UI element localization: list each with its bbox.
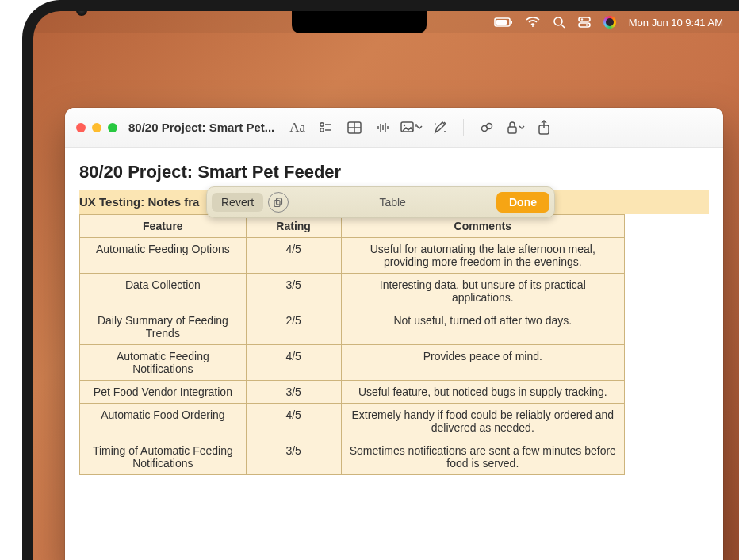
- note-subheading: UX Testing: Notes fra: [79, 195, 199, 209]
- svg-rect-28: [508, 127, 516, 133]
- svg-rect-7: [579, 23, 590, 27]
- table-row: Daily Summary of Feeding Trends 2/5 Not …: [80, 309, 625, 345]
- audio-button[interactable]: [370, 116, 396, 140]
- lock-button[interactable]: [502, 116, 529, 140]
- maximize-button[interactable]: [108, 123, 117, 132]
- svg-point-3: [532, 25, 534, 27]
- writing-tools-button[interactable]: [427, 116, 454, 140]
- divider: [79, 501, 709, 501]
- feedback-table-wrap: Feature Rating Comments Automatic Feedin…: [79, 214, 709, 475]
- cell-comments[interactable]: Not useful, turned off after two days.: [341, 309, 624, 345]
- feedback-table: Feature Rating Comments Automatic Feedin…: [79, 214, 625, 475]
- screen: Mon Jun 10 9:41 AM 80/20 Project: Smart …: [33, 11, 739, 560]
- cell-rating[interactable]: 3/5: [246, 274, 341, 309]
- link-button[interactable]: [473, 116, 500, 140]
- cell-rating[interactable]: 3/5: [246, 439, 341, 475]
- cell-comments[interactable]: Useful for automating the late afternoon…: [341, 238, 624, 274]
- svg-rect-32: [274, 201, 280, 207]
- note-body: 80/20 Project: Smart Pet Feeder UX Testi…: [65, 148, 723, 560]
- minimize-button[interactable]: [92, 123, 101, 132]
- svg-point-24: [444, 131, 446, 132]
- action-pill: Revert Table Done: [206, 186, 555, 218]
- table-button[interactable]: [341, 116, 368, 140]
- toolbar-divider: [463, 119, 464, 136]
- table-row: Timing of Automatic Feeding Notification…: [80, 439, 625, 475]
- cell-feature[interactable]: Pet Food Vendor Integration: [80, 381, 247, 404]
- highlighted-subheading-row: UX Testing: Notes fra Revert Table Done: [79, 190, 709, 214]
- note-heading: 80/20 Project: Smart Pet Feeder: [79, 162, 709, 182]
- cell-feature[interactable]: Data Collection: [80, 274, 247, 309]
- cell-feature[interactable]: Automatic Food Ordering: [80, 404, 247, 439]
- svg-rect-2: [496, 20, 507, 25]
- svg-rect-1: [511, 21, 512, 24]
- svg-rect-6: [579, 17, 590, 21]
- cell-rating[interactable]: 4/5: [246, 404, 341, 439]
- svg-point-23: [404, 124, 405, 125]
- media-button[interactable]: [398, 116, 425, 140]
- cell-comments[interactable]: Provides peace of mind.: [341, 345, 624, 381]
- cell-rating[interactable]: 4/5: [246, 345, 341, 381]
- close-button[interactable]: [76, 123, 86, 132]
- svg-point-10: [320, 122, 324, 125]
- notes-window: 80/20 Project: Smart Pet... Aa: [65, 108, 723, 560]
- checklist-button[interactable]: [312, 116, 339, 140]
- control-center-icon[interactable]: [578, 16, 591, 29]
- camera-dot: [76, 5, 87, 16]
- table-row: Automatic Feeding Options 4/5 Useful for…: [80, 238, 625, 274]
- done-button[interactable]: Done: [496, 192, 549, 213]
- svg-point-8: [581, 18, 583, 20]
- cell-feature[interactable]: Timing of Automatic Feeding Notification…: [80, 439, 247, 475]
- svg-rect-31: [277, 198, 282, 205]
- pill-label: Table: [293, 196, 492, 209]
- svg-point-12: [320, 128, 324, 131]
- cell-comments[interactable]: Extremely handy if food could be reliabl…: [341, 404, 624, 439]
- table-row: Automatic Food Ordering 4/5 Extremely ha…: [80, 404, 625, 439]
- svg-point-9: [586, 24, 588, 25]
- cell-feature[interactable]: Daily Summary of Feeding Trends: [80, 309, 247, 345]
- menubar-datetime[interactable]: Mon Jun 10 9:41 AM: [629, 17, 723, 29]
- svg-point-27: [487, 123, 492, 128]
- window-toolbar: 80/20 Project: Smart Pet... Aa: [65, 108, 723, 148]
- svg-line-5: [561, 25, 565, 28]
- notch: [292, 11, 427, 33]
- copy-icon[interactable]: [268, 192, 289, 213]
- traffic-lights: [76, 123, 117, 132]
- revert-button[interactable]: Revert: [212, 193, 263, 212]
- cell-feature[interactable]: Automatic Feeding Options: [80, 238, 247, 274]
- wifi-icon[interactable]: [526, 17, 540, 28]
- svg-point-25: [435, 123, 436, 125]
- cell-comments[interactable]: Useful feature, but noticed bugs in supp…: [341, 381, 624, 404]
- format-button[interactable]: Aa: [284, 116, 311, 140]
- battery-icon[interactable]: [494, 17, 513, 28]
- cell-rating[interactable]: 3/5: [246, 381, 341, 404]
- cell-rating[interactable]: 2/5: [246, 309, 341, 345]
- search-icon[interactable]: [553, 16, 565, 29]
- svg-point-4: [554, 17, 562, 25]
- window-title: 80/20 Project: Smart Pet...: [128, 121, 274, 134]
- cell-rating[interactable]: 4/5: [246, 238, 341, 274]
- table-row: Automatic Feeding Notifications 4/5 Prov…: [80, 345, 625, 381]
- cell-comments[interactable]: Interesting data, but unsure of its prac…: [341, 274, 624, 309]
- cell-feature[interactable]: Automatic Feeding Notifications: [80, 345, 247, 381]
- table-row: Pet Food Vendor Integration 3/5 Useful f…: [80, 381, 625, 404]
- table-row: Data Collection 3/5 Interesting data, bu…: [80, 274, 625, 309]
- siri-icon[interactable]: [603, 16, 616, 29]
- share-button[interactable]: [530, 116, 557, 140]
- cell-comments[interactable]: Sometimes notifications are sent a few m…: [341, 439, 624, 475]
- laptop-frame: Mon Jun 10 9:41 AM 80/20 Project: Smart …: [22, 0, 739, 560]
